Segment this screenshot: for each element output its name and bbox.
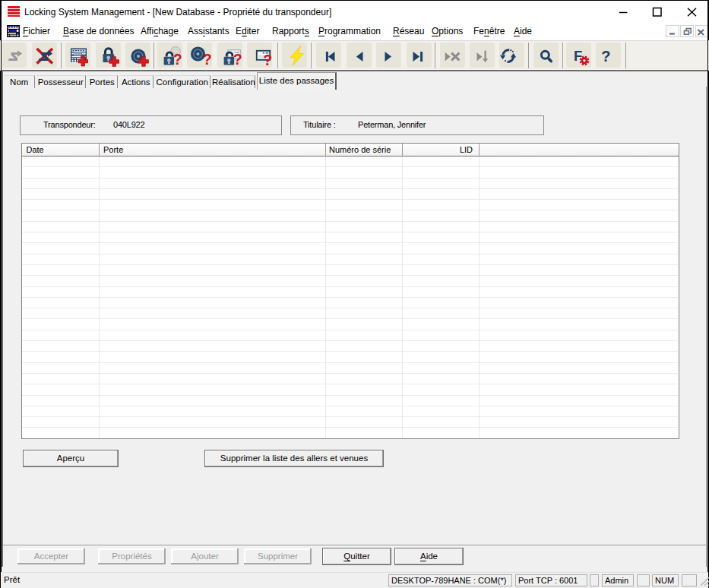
svg-text:?: ? <box>263 51 272 68</box>
svg-text:?: ? <box>233 51 242 68</box>
svg-text:?: ? <box>203 51 212 68</box>
svg-text:?: ? <box>601 48 610 65</box>
svg-text:?: ? <box>173 51 182 68</box>
